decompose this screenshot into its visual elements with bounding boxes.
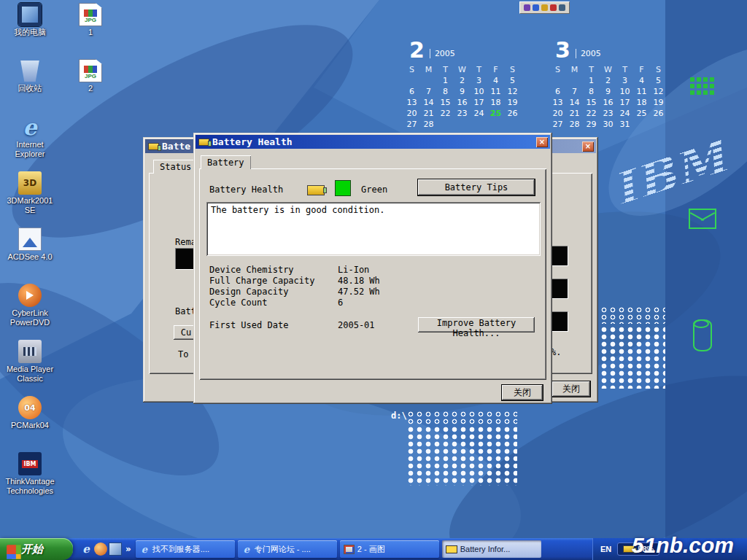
tab-page: Battery Health Green Battery Tips The ba…	[199, 168, 546, 380]
windows-logo-icon	[7, 545, 16, 554]
dot-pattern	[600, 306, 665, 324]
ie-icon	[139, 544, 150, 554]
health-status: Green	[361, 184, 387, 195]
calendar-weekday: S	[650, 65, 667, 74]
jpg-icon	[79, 59, 102, 82]
mouse-icon[interactable]	[550, 4, 557, 11]
desktop-icon-my-computer[interactable]: 我的电脑	[3, 3, 57, 59]
start-label: 开始	[21, 542, 43, 556]
task-label: 专门网论坛 - ....	[255, 544, 311, 555]
desktop-icon-label: 回收站	[3, 84, 57, 93]
keyboard-icon[interactable]	[559, 4, 565, 11]
health-label: Battery Health	[209, 184, 283, 195]
battery-icon[interactable]	[541, 4, 548, 11]
close-button[interactable]: 关闭	[502, 385, 543, 400]
desktop-icon-thinkvantage[interactable]: ThinkVantage Technologies	[3, 452, 57, 508]
taskbar-task[interactable]: 找不到服务器....	[136, 540, 235, 558]
calendar-day	[633, 120, 650, 129]
task-label: 2 - 画图	[357, 544, 385, 555]
condition-text: The battery is in good condition.	[206, 202, 541, 218]
desktop-icon-label: CyberLink PowerDVD	[3, 308, 57, 327]
ie-icon[interactable]	[80, 542, 93, 556]
desktop-icon-mpc[interactable]: Media Player Classic	[3, 340, 57, 396]
calendar-day: 1	[437, 76, 454, 85]
language-indicator[interactable]: EN	[600, 545, 611, 553]
paint-icon	[344, 545, 355, 554]
calendar-day	[403, 76, 420, 85]
cylinder-icon	[693, 319, 712, 351]
battery-icon	[307, 185, 325, 195]
task-label: 找不到服务器....	[152, 544, 209, 555]
grid-icon	[690, 77, 694, 82]
calendar-day: 25	[633, 109, 650, 118]
desktop-icon-label: ThinkVantage Technologies	[3, 477, 57, 496]
tab-battery[interactable]: Battery	[201, 155, 251, 169]
close-button[interactable]: 关闭	[552, 381, 590, 397]
calendar-day: 15	[437, 98, 454, 107]
calendar-day: 19	[650, 98, 667, 107]
desktop-icon-label: 1	[67, 28, 114, 37]
field-row: Device ChemistryLi-Ion	[209, 265, 535, 276]
desktop-icon-jpg[interactable]: 1	[67, 3, 114, 59]
calendar-day: 3	[616, 76, 633, 85]
calendar-day: 22	[437, 109, 454, 118]
battery-tips-button[interactable]: Battery Tips	[418, 179, 535, 195]
desktop-icon-ie[interactable]: Internet Explorer	[3, 115, 57, 171]
task-label: Battery Infor...	[460, 545, 510, 553]
calendar-day: 4	[633, 76, 650, 85]
calendar-weekday: T	[437, 65, 454, 74]
calendar-weekday: M	[566, 65, 583, 74]
desktop-icon-recycle-bin[interactable]: 回收站	[3, 59, 57, 115]
recycle-bin-icon	[18, 59, 42, 82]
calendar-day: 4	[487, 76, 504, 85]
calendar-day: 30	[600, 120, 616, 129]
desktop-icon[interactable]	[109, 542, 122, 556]
desktop-icon-acdsee[interactable]: ACDSee 4.0	[3, 228, 57, 284]
start-button[interactable]: 开始	[0, 538, 73, 560]
close-icon[interactable]: ×	[582, 141, 594, 152]
calendar-day: 7	[566, 87, 583, 96]
volume-icon[interactable]	[524, 4, 530, 11]
condition-box: The battery is in good condition.	[206, 202, 541, 256]
media-icon[interactable]	[94, 542, 107, 556]
field-label: Full Charge Capacity	[209, 276, 338, 287]
calendar-day: 20	[403, 109, 420, 118]
taskbar-task[interactable]: 专门网论坛 - ....	[238, 540, 337, 558]
chevron-icon[interactable]: »	[125, 544, 131, 554]
display-icon[interactable]	[533, 4, 539, 11]
field-value: Li-Ion	[338, 265, 369, 276]
field-label: Design Capacity	[209, 287, 338, 298]
calendar-day: 20	[549, 109, 566, 118]
calendar-header: 3 2005	[549, 40, 672, 61]
calendar-day: 11	[633, 87, 650, 96]
desktop-icon-jpg[interactable]: 2	[67, 59, 114, 115]
calendar-weekday: S	[549, 65, 566, 74]
calendar-month: 3	[555, 40, 570, 61]
tab-status[interactable]: Status	[153, 160, 198, 174]
taskbar-task[interactable]: 2 - 画图	[340, 540, 439, 558]
close-icon[interactable]: ×	[536, 137, 548, 147]
dialog-titlebar[interactable]: Battery Health ×	[196, 135, 550, 149]
calendar-weekday: W	[600, 65, 616, 74]
desktop-icon-label: ACDSee 4.0	[3, 252, 57, 262]
improve-battery-health-button[interactable]: Improve Battery Health...	[418, 317, 535, 332]
calendar-february: 2 2005 SMTWTFS12345678910111213141516171…	[403, 40, 526, 129]
dot-pattern	[406, 411, 517, 425]
desktop-icon-powerdvd[interactable]: CyberLink PowerDVD	[3, 284, 57, 340]
drive-label: d:\	[391, 411, 407, 421]
calendar-day: 8	[583, 87, 600, 96]
thinkvantage-icon	[18, 452, 42, 475]
calendar-day: 17	[471, 98, 487, 107]
battery-icon	[198, 139, 209, 146]
desktop-icon-pcmark[interactable]: PCMark04	[3, 396, 57, 452]
taskbar-task[interactable]: Battery Infor...	[442, 540, 541, 558]
calendar-day: 24	[471, 109, 487, 118]
calendar-day: 21	[566, 109, 583, 118]
calendar-day: 18	[633, 98, 650, 107]
calendar-day: 22	[583, 109, 600, 118]
calendar-day: 16	[454, 98, 471, 107]
calendar-day: 10	[471, 87, 487, 96]
desktop-icon-3dmark[interactable]: 3DMark2001 SE	[3, 171, 57, 228]
calendar-day	[504, 120, 521, 129]
calendar-day: 26	[504, 109, 521, 118]
